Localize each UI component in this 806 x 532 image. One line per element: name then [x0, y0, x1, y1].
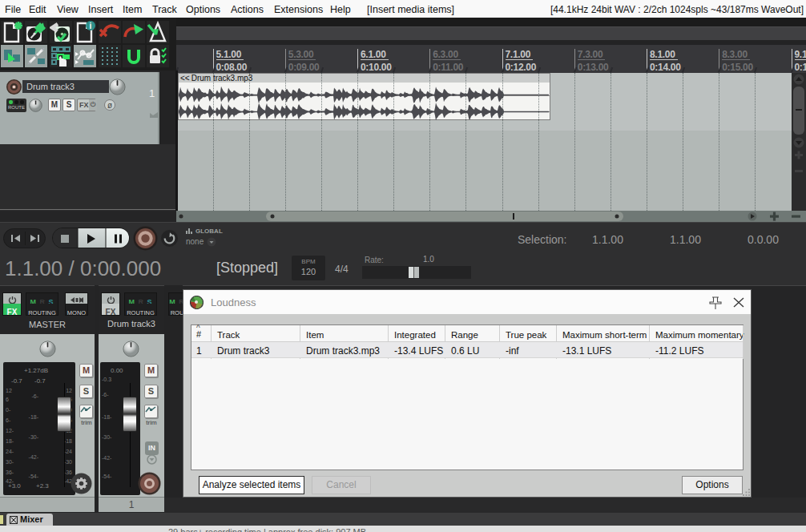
svg-text:i: i — [90, 22, 92, 30]
